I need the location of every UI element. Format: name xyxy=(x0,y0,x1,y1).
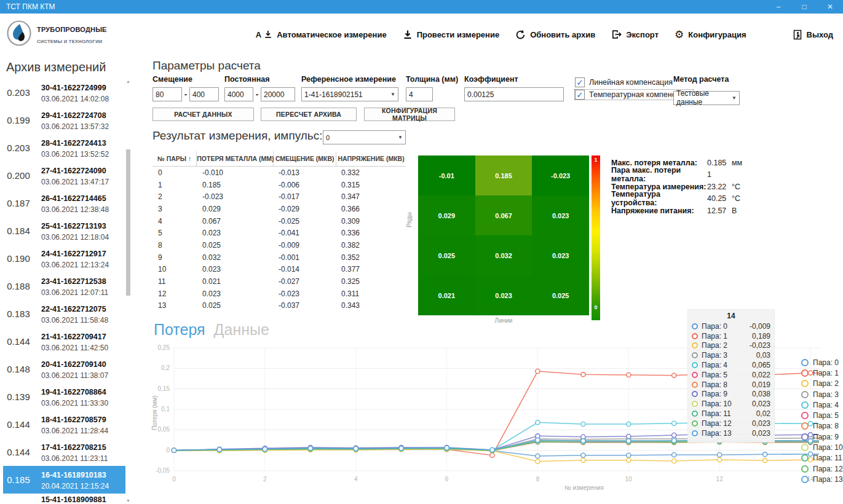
result-table-body: 0 -0.010 -0.013 0.332 1 0.185 -0.006 0.3… xyxy=(152,167,406,312)
table-row[interactable]: 8 0.025 -0.009 0.382 xyxy=(152,239,406,251)
constant-from-input[interactable] xyxy=(224,87,253,101)
legend-item[interactable]: Пара: 5 xyxy=(801,410,843,420)
configuration-button[interactable]: ⚙ Конфигурация xyxy=(675,30,746,40)
heatmap-cell: 0.023 xyxy=(475,275,532,315)
params-form: Смещение - Постоянная - Референсное изме… xyxy=(0,75,843,106)
archive-list-item[interactable]: 0.144 17-41-1622708215 03.06.2021 11:23:… xyxy=(3,438,125,466)
table-row[interactable]: 12 0.023 -0.023 0.311 xyxy=(152,288,406,300)
table-row[interactable]: 2 -0.023 -0.017 0.347 xyxy=(152,191,406,203)
impulse-select[interactable]: 0 ▼ xyxy=(323,130,406,144)
checkbox-label: Линейная компенсация xyxy=(589,78,673,87)
heatmap-cell: 0.067 xyxy=(475,195,532,235)
archive-list-item[interactable]: 15-41-1618909881 xyxy=(3,494,125,503)
table-row[interactable]: 4 0.067 -0.025 0.309 xyxy=(152,215,406,227)
archive-item-date: 03.06.2021 13:52:52 xyxy=(41,150,109,159)
impulse-value: 0 xyxy=(326,134,330,141)
logo-line1: ТРУБОПРОВОДНЫЕ xyxy=(37,26,107,33)
legend-item[interactable]: Пара: 0 xyxy=(801,357,843,368)
archive-list-item[interactable]: 0.148 20-41-1622709140 03.06.2021 11:38:… xyxy=(3,355,125,383)
column-header-pair[interactable]: № ПАРЫ ↑ xyxy=(152,151,197,166)
scrollbar-thumb[interactable] xyxy=(126,149,130,296)
table-row[interactable]: 9 0.032 -0.001 0.352 xyxy=(152,251,406,264)
tooltip-series-value: 0,02 xyxy=(756,409,770,418)
measure-button[interactable]: Провести измерение xyxy=(403,30,500,40)
legend-item[interactable]: Пара: 12 xyxy=(801,463,843,474)
archive-item-date: 03.06.2021 12:07:11 xyxy=(41,288,108,297)
legend-item[interactable]: Пара: 2 xyxy=(801,379,843,389)
cell-voltage: 0.382 xyxy=(336,241,406,250)
tab-data[interactable]: Данные xyxy=(214,321,269,339)
scroll-down-icon[interactable]: ▼ xyxy=(125,498,131,504)
maximize-button[interactable]: □ xyxy=(791,0,817,14)
tooltip-series-label: Пара: 12 xyxy=(702,419,732,428)
cell-offset: -0.023 xyxy=(273,289,336,298)
legend-item[interactable]: Пара: 4 xyxy=(801,400,843,410)
series-marker-icon xyxy=(692,382,698,388)
legend-item[interactable]: Пара: 10 xyxy=(801,442,843,452)
archive-list-item[interactable]: 0.185 16-41-1618910183 20.04.2021 12:15:… xyxy=(3,466,125,494)
legend-item[interactable]: Пара: 1 xyxy=(801,368,843,378)
archive-list-item[interactable]: 0.203 28-41-1622724413 03.06.2021 13:52:… xyxy=(3,134,125,162)
archive-scrollbar[interactable]: ▲ ▼ xyxy=(125,79,131,504)
app-window: ТСТ ПКМ КТМ – □ ✕ ТРУБОПРОВОДНЫЕ СИСТЕМЫ… xyxy=(0,0,843,504)
thickness-input[interactable] xyxy=(406,87,433,101)
matrix-config-button[interactable]: КОНФИГУРАЦИЯ МАТРИЦЫ xyxy=(364,108,455,121)
table-row[interactable]: 3 0.029 -0.029 0.366 xyxy=(152,203,406,215)
cell-offset: -0.025 xyxy=(273,217,336,226)
archive-item-date: 20.04.2021 12:15:24 xyxy=(41,482,109,490)
archive-list-item[interactable]: 0.200 27-41-1622724090 03.06.2021 13:47:… xyxy=(3,162,125,189)
cell-voltage: 0.309 xyxy=(336,217,406,226)
column-header-offset[interactable]: СМЕЩЕНИЕ (МКВ) xyxy=(274,151,336,166)
offset-to-input[interactable] xyxy=(189,87,219,101)
calc-data-button[interactable]: РАСЧЕТ ДАННЫХ xyxy=(152,108,254,121)
archive-list-item[interactable]: 0.139 19-41-1622708864 03.06.2021 11:33:… xyxy=(3,383,125,411)
close-button[interactable]: ✕ xyxy=(817,0,843,14)
table-row[interactable]: 10 0.023 -0.014 0.377 xyxy=(152,264,406,276)
archive-list-item[interactable]: 0.190 24-41-1622712917 03.06.2021 12:13:… xyxy=(3,245,125,272)
table-row[interactable]: 5 0.023 -0.041 0.336 xyxy=(152,227,406,239)
auto-measure-button[interactable]: А Автоматическое измерение xyxy=(256,30,387,39)
archive-list-item[interactable]: 0.184 25-41-1622713193 03.06.2021 12:18:… xyxy=(3,217,125,245)
refresh-archive-button[interactable]: Обновить архив xyxy=(515,30,595,40)
archive-item-id: 19-41-1622708864 xyxy=(41,388,106,396)
archive-list-item[interactable]: 0.187 26-41-1622714465 03.06.2021 12:38:… xyxy=(3,189,125,217)
column-header-voltage[interactable]: НАПРЯЖЕНИЕ (МКВ) xyxy=(336,151,406,166)
cell-offset: -0.041 xyxy=(273,229,336,237)
legend-item[interactable]: Пара: 3 xyxy=(801,389,843,400)
tab-loss[interactable]: Потеря xyxy=(154,321,205,339)
constant-to-input[interactable] xyxy=(261,87,295,101)
table-row[interactable]: 1 0.185 -0.006 0.315 xyxy=(152,179,406,191)
cell-offset: -0.017 xyxy=(273,192,336,201)
archive-list-item[interactable]: 0.183 22-41-1622712075 03.06.2021 11:58:… xyxy=(3,300,125,328)
constant-label: Постоянная xyxy=(224,75,295,84)
heatmap-cell: 0.185 xyxy=(475,156,532,195)
method-select[interactable]: Тестовые данные ▼ xyxy=(673,91,740,105)
exit-button[interactable]: Выход xyxy=(793,30,833,40)
tooltip-header: 14 xyxy=(692,312,770,320)
coefficient-input[interactable] xyxy=(464,87,564,101)
legend-item[interactable]: Пара: 11 xyxy=(801,453,843,463)
tooltip-row: Пара: 2 -0,023 xyxy=(692,341,770,351)
legend-label: Пара: 10 xyxy=(813,443,843,452)
cell-pair: 9 xyxy=(152,253,197,262)
column-header-metal-loss[interactable]: ПОТЕРЯ МЕТАЛЛА (ММ) xyxy=(197,151,274,166)
archive-list-item[interactable]: 0.188 23-41-1622712538 03.06.2021 12:07:… xyxy=(3,272,125,300)
table-row[interactable]: 13 0.025 -0.037 0.343 xyxy=(152,300,406,312)
recalc-archive-button[interactable]: ПЕРЕСЧЕТ АРХИВА xyxy=(261,108,357,121)
cell-voltage: 0.332 xyxy=(336,168,406,177)
offset-from-input[interactable] xyxy=(152,87,182,101)
table-row[interactable]: 0 -0.010 -0.013 0.332 xyxy=(152,167,406,179)
export-icon xyxy=(611,30,622,39)
legend-item[interactable]: Пара: 8 xyxy=(801,421,843,431)
cell-pair: 12 xyxy=(152,289,197,298)
legend-item[interactable]: Пара: 13 xyxy=(801,474,843,484)
archive-list-item[interactable]: 0.144 21-41-1622709417 03.06.2021 11:42:… xyxy=(3,328,125,355)
minimize-button[interactable]: – xyxy=(766,0,791,14)
info-value: 40.25 xyxy=(707,194,729,203)
reference-select[interactable]: 1-41-1618902151 ▼ xyxy=(301,87,398,101)
legend-item[interactable]: Пара: 9 xyxy=(801,431,843,442)
table-row[interactable]: 11 0.021 -0.027 0.325 xyxy=(152,275,406,288)
archive-list-item[interactable]: 0.199 29-41-1622724708 03.06.2021 13:57:… xyxy=(3,106,125,134)
export-button[interactable]: Экспорт xyxy=(611,30,659,39)
archive-list-item[interactable]: 0.144 18-41-1622708579 03.06.2021 11:28:… xyxy=(3,411,125,438)
